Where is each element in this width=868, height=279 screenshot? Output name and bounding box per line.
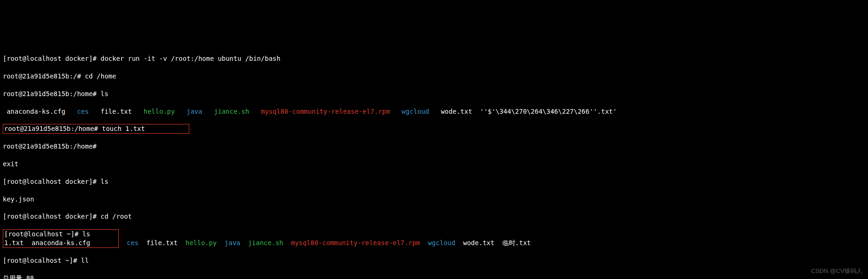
shell-line: root@21a91d5e815b:/home# ls bbox=[3, 90, 865, 98]
shell-line: root@21a91d5e815b:/home# bbox=[3, 142, 865, 151]
highlight-box-2: [root@localhost ~]# ls 1.txt anaconda-ks… bbox=[3, 229, 119, 248]
dir-entry: ces bbox=[77, 108, 89, 115]
dir-entry: java bbox=[225, 239, 240, 247]
dir-entry: wgcloud bbox=[402, 108, 429, 115]
terminal-output[interactable]: [root@localhost docker]# docker run -it … bbox=[3, 37, 865, 279]
watermark: CSDN @CV猿码人 bbox=[811, 267, 862, 275]
shell-line: [root@localhost docker]# docker run -it … bbox=[3, 54, 865, 63]
shell-line: root@21a91d5e815b:/# cd /home bbox=[3, 72, 865, 81]
output-line: key.json bbox=[3, 195, 865, 204]
shell-line: [root@localhost docker]# ls bbox=[3, 177, 865, 186]
highlight-box-1: root@21a91d5e815b:/home# touch 1.txt bbox=[3, 124, 189, 134]
highlighted-command: root@21a91d5e815b:/home# touch 1.txt bbox=[3, 124, 865, 133]
exe-entry: hello.py bbox=[186, 239, 217, 247]
exe-entry: jiance.sh bbox=[214, 108, 249, 115]
ls-output: anaconda-ks.cfg ces file.txt hello.py ja… bbox=[3, 107, 865, 116]
output-line: 总用量 88 bbox=[3, 274, 865, 279]
rpm-entry: mysql80-community-release-el7.rpm bbox=[291, 239, 420, 247]
shell-line: [root@localhost docker]# cd /root bbox=[3, 212, 865, 221]
exe-entry: jiance.sh bbox=[248, 239, 283, 247]
rpm-entry: mysql80-community-release-el7.rpm bbox=[261, 108, 390, 115]
shell-line: [root@localhost ~]# ll bbox=[3, 256, 865, 265]
highlighted-area: [root@localhost ~]# ls 1.txt anaconda-ks… bbox=[3, 230, 865, 247]
dir-entry: ces bbox=[127, 239, 138, 247]
dir-entry: wgcloud bbox=[428, 239, 455, 247]
output-line: exit bbox=[3, 160, 865, 169]
dir-entry: java bbox=[186, 108, 202, 115]
exe-entry: hello.py bbox=[144, 108, 175, 115]
